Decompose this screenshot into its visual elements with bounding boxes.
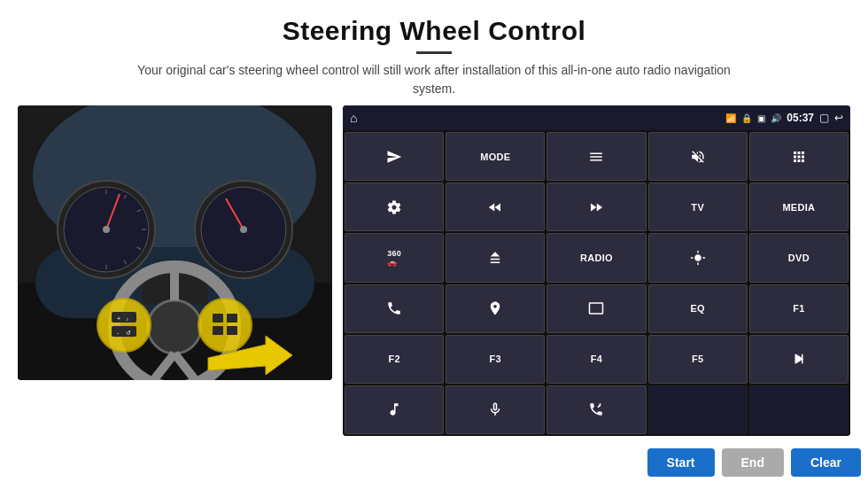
btn-forward[interactable] — [546, 183, 646, 231]
radio-panel: ⌂ 📶 🔒 ▣ 🔊 05:37 ▢ ↩ MODE — [343, 105, 850, 436]
button-grid: MODE TV — [343, 130, 850, 436]
sim-icon: ▣ — [757, 113, 765, 123]
page-subtitle: Your original car's steering wheel contr… — [124, 61, 744, 98]
btn-mute[interactable] — [648, 132, 748, 181]
btn-empty1 — [648, 385, 748, 434]
svg-point-18 — [240, 226, 247, 233]
end-button[interactable]: End — [722, 448, 784, 477]
btn-send[interactable] — [345, 132, 444, 181]
btn-f5[interactable]: F5 — [648, 335, 748, 384]
car-image: + - ♪ ↺ — [18, 105, 332, 380]
btn-navigation[interactable] — [446, 284, 545, 333]
svg-point-21 — [148, 300, 201, 354]
btn-f2[interactable]: F2 — [345, 335, 444, 384]
page-wrapper: Steering Wheel Control Your original car… — [0, 0, 868, 482]
svg-rect-36 — [227, 326, 237, 335]
status-time: 05:37 — [787, 112, 814, 124]
btn-empty2 — [749, 385, 849, 434]
btn-tv[interactable]: TV — [648, 183, 748, 231]
svg-point-25 — [97, 299, 151, 352]
btn-360[interactable]: 360🚗 — [345, 233, 444, 282]
svg-text:♪: ♪ — [126, 316, 128, 322]
btn-list[interactable] — [546, 132, 646, 181]
window-icon[interactable]: ▢ — [819, 112, 829, 124]
start-button[interactable]: Start — [647, 448, 715, 477]
btn-screen[interactable] — [546, 284, 646, 333]
btn-mic[interactable] — [446, 385, 545, 434]
btn-call[interactable] — [546, 385, 646, 434]
btn-eq[interactable]: EQ — [648, 284, 748, 333]
btn-settings[interactable] — [345, 183, 444, 231]
title-divider — [416, 51, 452, 54]
btn-music[interactable] — [345, 385, 444, 434]
svg-point-32 — [198, 299, 252, 352]
content-area: + - ♪ ↺ ⌂ 📶 — [0, 105, 868, 443]
btn-f1[interactable]: F1 — [749, 284, 849, 333]
btn-phone[interactable] — [345, 284, 444, 333]
btn-eject[interactable] — [446, 233, 545, 282]
svg-rect-33 — [213, 314, 223, 323]
btn-dvd[interactable]: DVD — [749, 233, 849, 282]
page-title: Steering Wheel Control — [18, 16, 850, 46]
svg-point-14 — [103, 226, 110, 233]
back-icon[interactable]: ↩ — [834, 112, 843, 124]
clear-button[interactable]: Clear — [791, 448, 861, 477]
btn-playpause[interactable] — [749, 335, 849, 384]
bottom-button-row: Start End Clear — [0, 443, 868, 482]
btn-rewind[interactable] — [446, 183, 545, 231]
btn-f4[interactable]: F4 — [546, 335, 646, 384]
btn-f3[interactable]: F3 — [446, 335, 545, 384]
svg-text:↺: ↺ — [126, 330, 131, 336]
svg-rect-26 — [112, 312, 136, 323]
lock-icon: 🔒 — [741, 113, 752, 123]
header-section: Steering Wheel Control Your original car… — [0, 0, 868, 105]
svg-rect-27 — [112, 326, 136, 337]
volume-icon: 🔊 — [771, 113, 781, 123]
wifi-icon: 📶 — [725, 113, 736, 123]
btn-radio[interactable]: RADIO — [546, 233, 646, 282]
svg-rect-35 — [213, 326, 223, 335]
btn-brightness[interactable] — [648, 233, 748, 282]
home-icon[interactable]: ⌂ — [350, 111, 357, 125]
btn-apps[interactable] — [749, 132, 849, 181]
btn-mode[interactable]: MODE — [446, 132, 545, 181]
svg-rect-34 — [227, 314, 237, 323]
status-bar: ⌂ 📶 🔒 ▣ 🔊 05:37 ▢ ↩ — [343, 105, 850, 130]
svg-text:+: + — [117, 315, 120, 322]
btn-media[interactable]: MEDIA — [749, 183, 849, 231]
